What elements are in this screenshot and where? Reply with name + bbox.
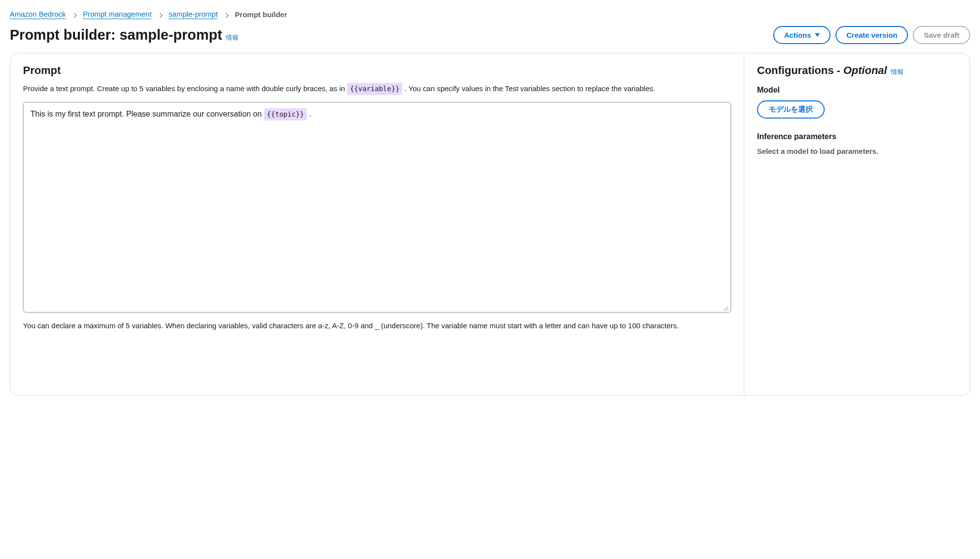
breadcrumb-link-prompt-management[interactable]: Prompt management xyxy=(83,10,151,19)
prompt-section-title: Prompt xyxy=(23,64,731,77)
actions-dropdown-button[interactable]: Actions xyxy=(773,26,831,44)
breadcrumb-link-bedrock[interactable]: Amazon Bedrock xyxy=(10,10,66,19)
prompt-pane: Prompt Provide a text prompt. Create up … xyxy=(10,53,744,395)
chevron-right-icon xyxy=(224,11,228,19)
variable-example-chip: {{variable}} xyxy=(347,83,402,95)
main-panel: Prompt Provide a text prompt. Create up … xyxy=(10,53,970,396)
page-header: Prompt builder: sample-prompt 情報 Actions… xyxy=(10,26,970,44)
actions-label: Actions xyxy=(784,31,811,39)
prompt-description: Provide a text prompt. Create up to 5 va… xyxy=(23,83,731,95)
page-title: Prompt builder: sample-prompt xyxy=(10,27,222,43)
config-info-link[interactable]: 情報 xyxy=(891,68,904,76)
create-version-button[interactable]: Create version xyxy=(835,26,908,44)
info-link[interactable]: 情報 xyxy=(226,33,239,42)
variable-topic-chip: {{topic}} xyxy=(264,108,307,121)
configurations-title: Configurations - Optional xyxy=(757,64,887,77)
chevron-right-icon xyxy=(73,11,76,19)
configurations-pane: Configurations - Optional 情報 Model モデルを選… xyxy=(744,53,970,395)
prompt-hint: You can declare a maximum of 5 variables… xyxy=(23,320,731,332)
inference-params-heading: Inference parameters xyxy=(757,132,957,141)
resize-handle-icon[interactable] xyxy=(723,304,729,310)
breadcrumb: Amazon Bedrock Prompt management sample-… xyxy=(10,10,970,19)
inference-params-message: Select a model to load parameters. xyxy=(757,147,957,155)
breadcrumb-current: Prompt builder xyxy=(235,10,287,19)
chevron-right-icon xyxy=(158,11,162,19)
model-heading: Model xyxy=(757,86,957,95)
select-model-button[interactable]: モデルを選択 xyxy=(757,100,825,119)
save-draft-button[interactable]: Save draft xyxy=(913,26,970,44)
header-actions: Actions Create version Save draft xyxy=(773,26,970,44)
caret-down-icon xyxy=(815,33,820,37)
breadcrumb-link-sample-prompt[interactable]: sample-prompt xyxy=(169,10,218,19)
prompt-textarea[interactable]: This is my first text prompt. Please sum… xyxy=(23,102,731,313)
